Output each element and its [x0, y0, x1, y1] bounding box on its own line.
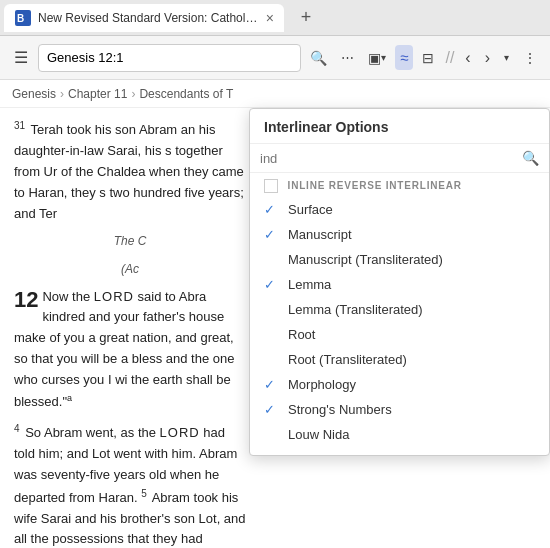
option-label-manuscript-trans: Manuscript (Transliterated) [288, 252, 535, 267]
main-area: 31 Terah took his son Abram an his daugh… [0, 108, 550, 548]
interlinear-options-dropdown: Interlinear Options 🔍 INLINE REVERSE INT… [249, 108, 550, 456]
lord-text-2: Lord [160, 425, 200, 440]
option-surface[interactable]: ✓Surface [250, 197, 549, 222]
section-checkbox [264, 179, 278, 193]
back-button[interactable]: ‹ [460, 45, 475, 71]
option-label-root-trans: Root (Transliterated) [288, 352, 535, 367]
breadcrumb-genesis[interactable]: Genesis [12, 87, 56, 101]
dropdown-footer [250, 447, 549, 455]
option-root-trans[interactable]: Root (Transliterated) [250, 347, 549, 372]
forward-button[interactable]: › [480, 45, 495, 71]
option-manuscript-trans[interactable]: Manuscript (Transliterated) [250, 247, 549, 272]
verse-num-4: 4 [14, 423, 20, 434]
option-label-lemma: Lemma [288, 277, 535, 292]
new-tab-button[interactable]: + [292, 4, 320, 32]
option-label-louw-nida: Louw Nida [288, 427, 535, 442]
option-lemma-trans[interactable]: Lemma (Transliterated) [250, 297, 549, 322]
address-bar[interactable] [38, 44, 301, 72]
breadcrumb-section[interactable]: Descendants of T [139, 87, 233, 101]
breadcrumb-sep2: › [131, 87, 135, 101]
option-label-surface: Surface [288, 202, 535, 217]
option-louw-nida[interactable]: Louw Nida [250, 422, 549, 447]
option-label-strongs: Strong's Numbers [288, 402, 535, 417]
breadcrumb-sep1: › [60, 87, 64, 101]
active-tab[interactable]: B New Revised Standard Version: Catholic… [4, 4, 284, 32]
view-icon: ▣ [368, 50, 381, 66]
share-button[interactable]: ⋯ [336, 46, 359, 69]
columns-icon: ⊟ [422, 50, 434, 66]
back-icon: ‹ [465, 49, 470, 67]
verse-31: 31 Terah took his son Abram an his daugh… [14, 118, 246, 224]
option-label-morphology: Morphology [288, 377, 535, 392]
footnote-a: a [67, 393, 72, 403]
option-label-root: Root [288, 327, 535, 342]
verse-12-1: 12 Now the Lord said to Abra kindred and… [14, 287, 246, 413]
dropdown-title: Interlinear Options [250, 109, 549, 144]
verse-12-4: 4 So Abram went, as the Lord had told hi… [14, 421, 246, 548]
forward-icon: › [485, 49, 490, 67]
view-button[interactable]: ▣ ▾ [363, 46, 391, 70]
svg-text:B: B [17, 13, 24, 24]
option-root[interactable]: Root [250, 322, 549, 347]
option-lemma[interactable]: ✓Lemma [250, 272, 549, 297]
bible-pane: 31 Terah took his son Abram an his daugh… [0, 108, 260, 548]
check-icon-surface: ✓ [264, 202, 280, 217]
check-icon-lemma: ✓ [264, 277, 280, 292]
breadcrumb-chapter[interactable]: Chapter 11 [68, 87, 127, 101]
dropdown-search-icon: 🔍 [522, 150, 539, 166]
more-icon: ⋮ [523, 50, 537, 66]
lord-text: Lord [94, 289, 134, 304]
more-button[interactable]: ⋮ [518, 46, 542, 70]
chapter-heading-1: The C [14, 232, 246, 251]
interlinear-button[interactable]: ≈ [395, 45, 413, 70]
tab-favicon: B [14, 9, 32, 27]
verse-num-5: 5 [141, 488, 147, 499]
breadcrumb: Genesis › Chapter 11 › Descendants of T [0, 80, 550, 108]
menu-button[interactable]: ☰ [8, 44, 34, 71]
check-icon-strongs: ✓ [264, 402, 280, 417]
section-label: INLINE REVERSE INTERLINEAR [250, 173, 549, 197]
option-label-manuscript: Manuscript [288, 227, 535, 242]
option-manuscript[interactable]: ✓Manuscript [250, 222, 549, 247]
check-icon-manuscript: ✓ [264, 227, 280, 242]
chevron-down-button[interactable]: ▾ [499, 48, 514, 67]
tab-bar: B New Revised Standard Version: Catholic… [0, 0, 550, 36]
chevron-icon: ▾ [504, 52, 509, 63]
option-morphology[interactable]: ✓Morphology [250, 372, 549, 397]
tab-title: New Revised Standard Version: Catholic E… [38, 11, 260, 25]
search-row: 🔍 [250, 144, 549, 173]
verse-num-31: 31 [14, 120, 25, 131]
options-list: ✓Surface✓ManuscriptManuscript (Translite… [250, 197, 549, 447]
tab-close-button[interactable]: × [266, 10, 274, 26]
columns-button[interactable]: ⊟ [417, 46, 439, 70]
chapter-heading-2: (Ac [14, 260, 246, 279]
toolbar: ☰ 🔍 ⋯ ▣ ▾ ≈ ⊟ // ‹ › ▾ ⋮ [0, 36, 550, 80]
option-strongs[interactable]: ✓Strong's Numbers [250, 397, 549, 422]
dropdown-search-input[interactable] [260, 151, 516, 166]
chapter-num-12: 12 [14, 289, 38, 311]
option-label-lemma-trans: Lemma (Transliterated) [288, 302, 535, 317]
check-icon-morphology: ✓ [264, 377, 280, 392]
share-icon: ⋯ [341, 50, 354, 65]
search-icon: 🔍 [310, 50, 327, 66]
toolbar-divider: // [445, 49, 454, 67]
interlinear-icon: ≈ [400, 49, 408, 66]
chevron-down-icon: ▾ [381, 52, 386, 63]
search-button[interactable]: 🔍 [305, 46, 332, 70]
